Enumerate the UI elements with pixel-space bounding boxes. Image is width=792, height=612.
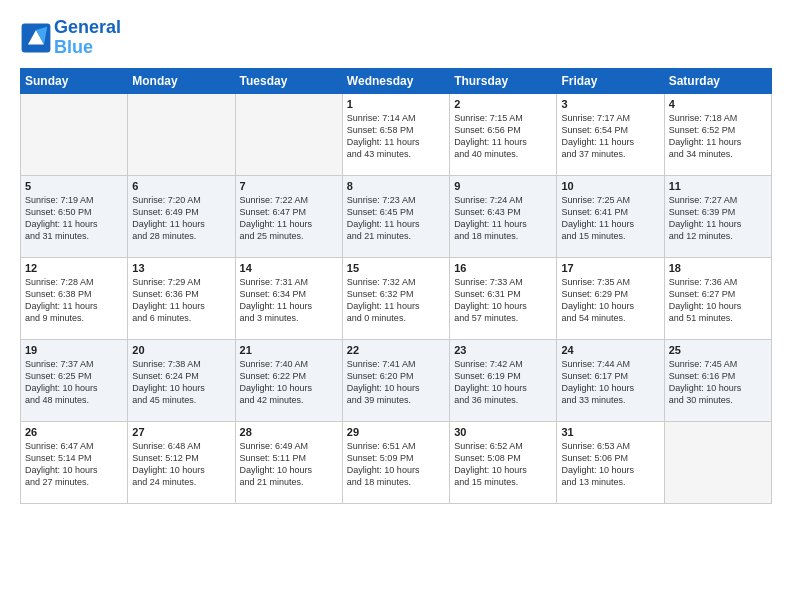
day-number: 5: [25, 180, 123, 192]
day-number: 6: [132, 180, 230, 192]
day-info: Sunrise: 7:20 AM Sunset: 6:49 PM Dayligh…: [132, 194, 230, 243]
calendar-cell: 28Sunrise: 6:49 AM Sunset: 5:11 PM Dayli…: [235, 421, 342, 503]
day-number: 3: [561, 98, 659, 110]
day-info: Sunrise: 7:27 AM Sunset: 6:39 PM Dayligh…: [669, 194, 767, 243]
weekday-header: Tuesday: [235, 68, 342, 93]
day-info: Sunrise: 7:17 AM Sunset: 6:54 PM Dayligh…: [561, 112, 659, 161]
weekday-header: Sunday: [21, 68, 128, 93]
logo-icon: [20, 22, 52, 54]
day-number: 31: [561, 426, 659, 438]
day-number: 22: [347, 344, 445, 356]
calendar-cell: 27Sunrise: 6:48 AM Sunset: 5:12 PM Dayli…: [128, 421, 235, 503]
calendar-cell: 30Sunrise: 6:52 AM Sunset: 5:08 PM Dayli…: [450, 421, 557, 503]
calendar-cell: 7Sunrise: 7:22 AM Sunset: 6:47 PM Daylig…: [235, 175, 342, 257]
day-info: Sunrise: 7:29 AM Sunset: 6:36 PM Dayligh…: [132, 276, 230, 325]
day-info: Sunrise: 6:52 AM Sunset: 5:08 PM Dayligh…: [454, 440, 552, 489]
calendar-cell: 20Sunrise: 7:38 AM Sunset: 6:24 PM Dayli…: [128, 339, 235, 421]
calendar-week-row: 5Sunrise: 7:19 AM Sunset: 6:50 PM Daylig…: [21, 175, 772, 257]
day-number: 25: [669, 344, 767, 356]
calendar-cell: 24Sunrise: 7:44 AM Sunset: 6:17 PM Dayli…: [557, 339, 664, 421]
calendar-cell: 17Sunrise: 7:35 AM Sunset: 6:29 PM Dayli…: [557, 257, 664, 339]
day-number: 4: [669, 98, 767, 110]
calendar-cell: 14Sunrise: 7:31 AM Sunset: 6:34 PM Dayli…: [235, 257, 342, 339]
calendar-cell: 2Sunrise: 7:15 AM Sunset: 6:56 PM Daylig…: [450, 93, 557, 175]
calendar-week-row: 12Sunrise: 7:28 AM Sunset: 6:38 PM Dayli…: [21, 257, 772, 339]
day-number: 7: [240, 180, 338, 192]
day-number: 28: [240, 426, 338, 438]
day-info: Sunrise: 6:48 AM Sunset: 5:12 PM Dayligh…: [132, 440, 230, 489]
day-number: 1: [347, 98, 445, 110]
calendar-cell: 23Sunrise: 7:42 AM Sunset: 6:19 PM Dayli…: [450, 339, 557, 421]
day-info: Sunrise: 7:19 AM Sunset: 6:50 PM Dayligh…: [25, 194, 123, 243]
day-info: Sunrise: 6:47 AM Sunset: 5:14 PM Dayligh…: [25, 440, 123, 489]
day-number: 30: [454, 426, 552, 438]
calendar-cell: 8Sunrise: 7:23 AM Sunset: 6:45 PM Daylig…: [342, 175, 449, 257]
day-number: 17: [561, 262, 659, 274]
day-number: 11: [669, 180, 767, 192]
day-number: 20: [132, 344, 230, 356]
day-info: Sunrise: 6:53 AM Sunset: 5:06 PM Dayligh…: [561, 440, 659, 489]
calendar-cell: 9Sunrise: 7:24 AM Sunset: 6:43 PM Daylig…: [450, 175, 557, 257]
day-number: 24: [561, 344, 659, 356]
calendar-cell: [21, 93, 128, 175]
calendar-cell: 5Sunrise: 7:19 AM Sunset: 6:50 PM Daylig…: [21, 175, 128, 257]
day-number: 10: [561, 180, 659, 192]
calendar-cell: 22Sunrise: 7:41 AM Sunset: 6:20 PM Dayli…: [342, 339, 449, 421]
day-number: 2: [454, 98, 552, 110]
calendar-cell: [128, 93, 235, 175]
weekday-header: Friday: [557, 68, 664, 93]
day-number: 29: [347, 426, 445, 438]
calendar-cell: [235, 93, 342, 175]
day-info: Sunrise: 7:14 AM Sunset: 6:58 PM Dayligh…: [347, 112, 445, 161]
day-info: Sunrise: 6:49 AM Sunset: 5:11 PM Dayligh…: [240, 440, 338, 489]
day-number: 13: [132, 262, 230, 274]
day-number: 23: [454, 344, 552, 356]
weekday-header: Wednesday: [342, 68, 449, 93]
calendar-cell: 13Sunrise: 7:29 AM Sunset: 6:36 PM Dayli…: [128, 257, 235, 339]
calendar-cell: 31Sunrise: 6:53 AM Sunset: 5:06 PM Dayli…: [557, 421, 664, 503]
day-number: 21: [240, 344, 338, 356]
calendar-cell: 18Sunrise: 7:36 AM Sunset: 6:27 PM Dayli…: [664, 257, 771, 339]
day-info: Sunrise: 7:35 AM Sunset: 6:29 PM Dayligh…: [561, 276, 659, 325]
day-info: Sunrise: 7:24 AM Sunset: 6:43 PM Dayligh…: [454, 194, 552, 243]
day-info: Sunrise: 7:36 AM Sunset: 6:27 PM Dayligh…: [669, 276, 767, 325]
day-info: Sunrise: 7:42 AM Sunset: 6:19 PM Dayligh…: [454, 358, 552, 407]
weekday-header: Monday: [128, 68, 235, 93]
calendar-cell: 10Sunrise: 7:25 AM Sunset: 6:41 PM Dayli…: [557, 175, 664, 257]
day-info: Sunrise: 7:25 AM Sunset: 6:41 PM Dayligh…: [561, 194, 659, 243]
weekday-header: Thursday: [450, 68, 557, 93]
day-info: Sunrise: 7:44 AM Sunset: 6:17 PM Dayligh…: [561, 358, 659, 407]
day-info: Sunrise: 7:40 AM Sunset: 6:22 PM Dayligh…: [240, 358, 338, 407]
logo: General Blue: [20, 18, 121, 58]
day-info: Sunrise: 7:22 AM Sunset: 6:47 PM Dayligh…: [240, 194, 338, 243]
calendar-cell: 19Sunrise: 7:37 AM Sunset: 6:25 PM Dayli…: [21, 339, 128, 421]
calendar-cell: 25Sunrise: 7:45 AM Sunset: 6:16 PM Dayli…: [664, 339, 771, 421]
calendar-week-row: 1Sunrise: 7:14 AM Sunset: 6:58 PM Daylig…: [21, 93, 772, 175]
day-info: Sunrise: 7:37 AM Sunset: 6:25 PM Dayligh…: [25, 358, 123, 407]
logo-text-line1: General Blue: [54, 18, 121, 58]
day-info: Sunrise: 7:18 AM Sunset: 6:52 PM Dayligh…: [669, 112, 767, 161]
weekday-header: Saturday: [664, 68, 771, 93]
day-number: 15: [347, 262, 445, 274]
calendar-header-row: SundayMondayTuesdayWednesdayThursdayFrid…: [21, 68, 772, 93]
day-number: 9: [454, 180, 552, 192]
day-info: Sunrise: 7:38 AM Sunset: 6:24 PM Dayligh…: [132, 358, 230, 407]
calendar-cell: [664, 421, 771, 503]
day-info: Sunrise: 7:31 AM Sunset: 6:34 PM Dayligh…: [240, 276, 338, 325]
day-number: 19: [25, 344, 123, 356]
calendar-cell: 11Sunrise: 7:27 AM Sunset: 6:39 PM Dayli…: [664, 175, 771, 257]
day-number: 27: [132, 426, 230, 438]
day-number: 16: [454, 262, 552, 274]
calendar-cell: 16Sunrise: 7:33 AM Sunset: 6:31 PM Dayli…: [450, 257, 557, 339]
calendar-cell: 1Sunrise: 7:14 AM Sunset: 6:58 PM Daylig…: [342, 93, 449, 175]
day-info: Sunrise: 7:32 AM Sunset: 6:32 PM Dayligh…: [347, 276, 445, 325]
day-info: Sunrise: 7:45 AM Sunset: 6:16 PM Dayligh…: [669, 358, 767, 407]
day-number: 18: [669, 262, 767, 274]
day-info: Sunrise: 7:33 AM Sunset: 6:31 PM Dayligh…: [454, 276, 552, 325]
calendar-week-row: 26Sunrise: 6:47 AM Sunset: 5:14 PM Dayli…: [21, 421, 772, 503]
day-info: Sunrise: 7:41 AM Sunset: 6:20 PM Dayligh…: [347, 358, 445, 407]
calendar-table: SundayMondayTuesdayWednesdayThursdayFrid…: [20, 68, 772, 504]
calendar-cell: 12Sunrise: 7:28 AM Sunset: 6:38 PM Dayli…: [21, 257, 128, 339]
calendar-cell: 15Sunrise: 7:32 AM Sunset: 6:32 PM Dayli…: [342, 257, 449, 339]
calendar-cell: 26Sunrise: 6:47 AM Sunset: 5:14 PM Dayli…: [21, 421, 128, 503]
